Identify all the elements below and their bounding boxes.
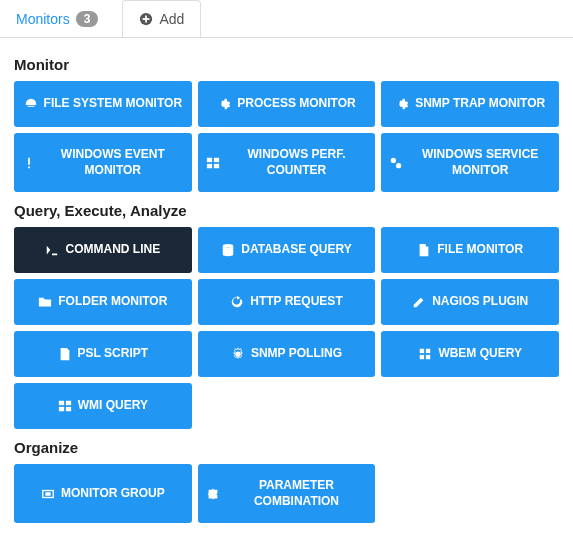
tile-windows-perf-counter[interactable]: WINDOWS PERF. COUNTER <box>198 133 376 192</box>
pencil-icon <box>412 295 426 309</box>
svg-point-12 <box>235 352 240 357</box>
tile-psl-script[interactable]: PSL SCRIPT <box>14 331 192 377</box>
section-title-query: Query, Execute, Analyze <box>14 202 559 219</box>
windows-icon <box>58 399 72 413</box>
tile-label: WINDOWS PERF. COUNTER <box>226 147 368 178</box>
tile-label: FILE SYSTEM MONITOR <box>44 96 182 112</box>
group-icon <box>41 487 55 501</box>
section-title-monitor: Monitor <box>14 56 559 73</box>
tile-http-request[interactable]: HTTP REQUEST <box>198 279 376 325</box>
tile-wbem-query[interactable]: WBEM QUERY <box>381 331 559 377</box>
grid-icon <box>418 347 432 361</box>
organize-grid: MONITOR GROUP PARAMETER COMBINATION <box>14 464 559 523</box>
tile-label: PARAMETER COMBINATION <box>226 478 368 509</box>
tile-label: SNMP TRAP MONITOR <box>415 96 545 112</box>
tile-windows-service-monitor[interactable]: WINDOWS SERVICE MONITOR <box>381 133 559 192</box>
tile-label: MONITOR GROUP <box>61 486 165 502</box>
tile-parameter-combination[interactable]: PARAMETER COMBINATION <box>198 464 376 523</box>
tile-file-monitor[interactable]: FILE MONITOR <box>381 227 559 273</box>
tile-folder-monitor[interactable]: FOLDER MONITOR <box>14 279 192 325</box>
svg-point-10 <box>396 163 401 168</box>
tile-label: NAGIOS PLUGIN <box>432 294 528 310</box>
tile-label: HTTP REQUEST <box>250 294 342 310</box>
query-grid: COMMAND LINE DATABASE QUERY FILE MONITOR… <box>14 227 559 429</box>
svg-rect-14 <box>426 349 430 353</box>
tile-command-line[interactable]: COMMAND LINE <box>14 227 192 273</box>
content: Monitor FILE SYSTEM MONITOR PROCESS MONI… <box>0 38 573 531</box>
tile-wmi-query[interactable]: WMI QUERY <box>14 383 192 429</box>
gears-icon <box>389 156 403 170</box>
tile-label: PSL SCRIPT <box>78 346 148 362</box>
tile-snmp-polling[interactable]: SNMP POLLING <box>198 331 376 377</box>
svg-rect-22 <box>45 492 50 496</box>
svg-rect-20 <box>66 407 71 411</box>
svg-rect-5 <box>207 157 212 161</box>
tile-label: SNMP POLLING <box>251 346 342 362</box>
gear-icon <box>217 97 231 111</box>
tile-windows-event-monitor[interactable]: WINDOWS EVENT MONITOR <box>14 133 192 192</box>
tile-database-query[interactable]: DATABASE QUERY <box>198 227 376 273</box>
tile-process-monitor[interactable]: PROCESS MONITOR <box>198 81 376 127</box>
tile-snmp-trap-monitor[interactable]: SNMP TRAP MONITOR <box>381 81 559 127</box>
monitors-count-badge: 3 <box>76 11 99 27</box>
tile-label: WINDOWS SERVICE MONITOR <box>409 147 551 178</box>
svg-rect-16 <box>426 355 430 359</box>
svg-rect-19 <box>59 407 64 411</box>
tile-nagios-plugin[interactable]: NAGIOS PLUGIN <box>381 279 559 325</box>
puzzle-icon <box>206 487 220 501</box>
svg-point-9 <box>391 157 396 162</box>
folder-icon <box>38 295 52 309</box>
tile-label: WINDOWS EVENT MONITOR <box>42 147 184 178</box>
svg-rect-13 <box>420 349 424 353</box>
svg-rect-4 <box>28 166 30 168</box>
tile-label: PROCESS MONITOR <box>237 96 355 112</box>
svg-rect-2 <box>143 18 150 20</box>
tab-bar: Monitors 3 Add <box>0 0 573 38</box>
tile-label: WBEM QUERY <box>438 346 522 362</box>
file-icon <box>58 347 72 361</box>
gear-icon <box>395 97 409 111</box>
svg-rect-8 <box>214 163 219 167</box>
svg-rect-17 <box>59 401 64 405</box>
tile-label: WMI QUERY <box>78 398 148 414</box>
tab-monitors[interactable]: Monitors 3 <box>0 0 114 37</box>
section-title-organize: Organize <box>14 439 559 456</box>
svg-rect-3 <box>28 157 30 164</box>
file-icon <box>417 243 431 257</box>
refresh-icon <box>230 295 244 309</box>
gear-icon <box>231 347 245 361</box>
svg-point-11 <box>223 244 234 248</box>
svg-rect-6 <box>214 157 219 161</box>
tab-monitors-label: Monitors <box>16 11 70 27</box>
tab-add-label: Add <box>159 11 184 27</box>
tile-label: DATABASE QUERY <box>241 242 351 258</box>
database-icon <box>221 243 235 257</box>
terminal-icon <box>45 243 59 257</box>
svg-rect-7 <box>207 163 212 167</box>
windows-icon <box>206 156 220 170</box>
tab-add[interactable]: Add <box>122 0 201 37</box>
svg-rect-15 <box>420 355 424 359</box>
exclamation-icon <box>22 156 36 170</box>
monitor-grid: FILE SYSTEM MONITOR PROCESS MONITOR SNMP… <box>14 81 559 192</box>
tile-monitor-group[interactable]: MONITOR GROUP <box>14 464 192 523</box>
tile-file-system-monitor[interactable]: FILE SYSTEM MONITOR <box>14 81 192 127</box>
tile-label: FILE MONITOR <box>437 242 523 258</box>
plus-circle-icon <box>139 12 153 26</box>
dashboard-icon <box>24 97 38 111</box>
tile-label: COMMAND LINE <box>65 242 160 258</box>
svg-rect-18 <box>66 401 71 405</box>
tile-label: FOLDER MONITOR <box>58 294 167 310</box>
